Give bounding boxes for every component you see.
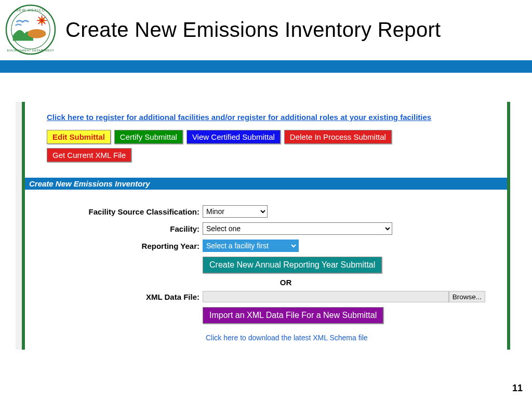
create-new-annual-submittal-button[interactable]: Create New Annual Reporting Year Submitt…	[203, 257, 382, 273]
page-title: Create New Emissions Inventory Report	[65, 18, 441, 42]
edit-submittal-button[interactable]: Edit Submittal	[47, 130, 111, 144]
view-certified-submittal-button[interactable]: View Certified Submittal	[187, 130, 281, 144]
facility-source-classification-select[interactable]: Minor	[203, 205, 268, 218]
page-number: 11	[512, 383, 523, 394]
svg-text:ENVIRONMENT DEPARTMENT: ENVIRONMENT DEPARTMENT	[7, 49, 55, 52]
or-divider: OR	[203, 278, 369, 287]
browse-button[interactable]: Browse...	[449, 291, 485, 302]
get-current-xml-button[interactable]: Get Current XML File	[47, 148, 131, 162]
download-xml-schema-link[interactable]: Click here to download the latest XML Sc…	[206, 334, 368, 342]
certify-submittal-button[interactable]: Certify Submittal	[114, 130, 183, 144]
svg-point-0	[6, 5, 55, 54]
xml-data-file-label: XML Data File:	[47, 292, 203, 301]
xml-file-path-input[interactable]	[203, 291, 449, 302]
svg-rect-3	[35, 30, 39, 34]
facility-select[interactable]: Select one	[203, 222, 392, 235]
register-facilities-link[interactable]: Click here to register for additional fa…	[47, 112, 431, 123]
reporting-year-label: Reporting Year:	[47, 242, 203, 250]
reporting-year-select[interactable]: Select a facility first	[203, 240, 299, 252]
nm-environment-dept-logo: NEW MEXICO ENVIRONMENT DEPARTMENT	[5, 4, 56, 55]
facility-label: Facility:	[47, 224, 203, 233]
import-xml-submittal-button[interactable]: Import an XML Data File For a New Submit…	[203, 307, 383, 324]
delete-in-process-submittal-button[interactable]: Delete In Process Submittal	[284, 130, 392, 144]
svg-text:NEW MEXICO: NEW MEXICO	[16, 8, 46, 12]
facility-source-classification-label: Facility Source Classification:	[47, 207, 203, 216]
divider-bar	[0, 60, 532, 73]
section-header: Create New Emissions Inventory	[25, 178, 507, 190]
